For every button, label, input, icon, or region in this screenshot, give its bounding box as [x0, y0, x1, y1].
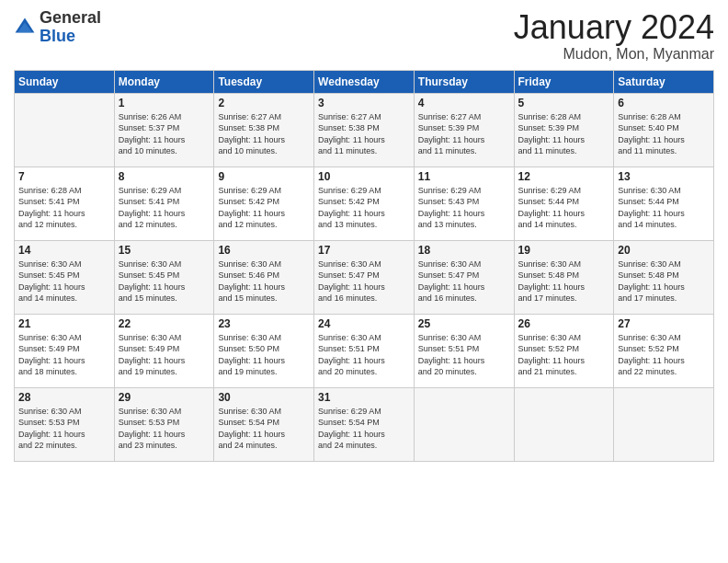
calendar-cell: 21Sunrise: 6:30 AM Sunset: 5:49 PM Dayli…: [15, 314, 115, 387]
header: General Blue January 2024 Mudon, Mon, My…: [14, 9, 714, 63]
cell-info: Sunrise: 6:30 AM Sunset: 5:46 PM Dayligh…: [218, 259, 310, 304]
calendar-week-1: 7Sunrise: 6:28 AM Sunset: 5:41 PM Daylig…: [15, 167, 714, 240]
calendar-week-3: 21Sunrise: 6:30 AM Sunset: 5:49 PM Dayli…: [15, 314, 714, 387]
title-block: January 2024 Mudon, Mon, Myanmar: [514, 9, 714, 63]
calendar-cell: 14Sunrise: 6:30 AM Sunset: 5:45 PM Dayli…: [15, 240, 115, 314]
cell-info: Sunrise: 6:30 AM Sunset: 5:47 PM Dayligh…: [418, 259, 510, 304]
cell-info: Sunrise: 6:30 AM Sunset: 5:48 PM Dayligh…: [618, 259, 710, 304]
calendar-table: Sunday Monday Tuesday Wednesday Thursday…: [14, 70, 714, 462]
cell-info: Sunrise: 6:29 AM Sunset: 5:42 PM Dayligh…: [218, 185, 310, 231]
col-thursday: Thursday: [414, 70, 514, 93]
day-number: 25: [418, 317, 510, 330]
subtitle: Mudon, Mon, Myanmar: [514, 46, 714, 63]
day-number: 11: [418, 170, 510, 183]
cell-info: Sunrise: 6:28 AM Sunset: 5:39 PM Dayligh…: [518, 111, 610, 157]
day-number: 4: [418, 97, 510, 109]
cell-info: Sunrise: 6:28 AM Sunset: 5:40 PM Dayligh…: [618, 111, 710, 157]
cell-info: Sunrise: 6:30 AM Sunset: 5:51 PM Dayligh…: [418, 332, 510, 378]
cell-info: Sunrise: 6:30 AM Sunset: 5:47 PM Dayligh…: [318, 259, 410, 304]
col-friday: Friday: [514, 70, 614, 93]
calendar-week-4: 28Sunrise: 6:30 AM Sunset: 5:53 PM Dayli…: [15, 387, 714, 461]
cell-info: Sunrise: 6:30 AM Sunset: 5:54 PM Dayligh…: [218, 406, 310, 452]
calendar-cell: 26Sunrise: 6:30 AM Sunset: 5:52 PM Dayli…: [514, 314, 614, 387]
calendar-cell: [15, 93, 115, 167]
calendar-cell: 28Sunrise: 6:30 AM Sunset: 5:53 PM Dayli…: [15, 387, 115, 461]
cell-info: Sunrise: 6:30 AM Sunset: 5:52 PM Dayligh…: [618, 332, 710, 378]
day-number: 10: [318, 170, 410, 183]
cell-info: Sunrise: 6:29 AM Sunset: 5:43 PM Dayligh…: [418, 185, 510, 231]
cell-info: Sunrise: 6:28 AM Sunset: 5:41 PM Dayligh…: [18, 185, 110, 231]
header-row: Sunday Monday Tuesday Wednesday Thursday…: [15, 70, 714, 93]
calendar-cell: 17Sunrise: 6:30 AM Sunset: 5:47 PM Dayli…: [314, 240, 415, 314]
page-container: General Blue January 2024 Mudon, Mon, My…: [0, 0, 728, 471]
day-number: 5: [518, 97, 610, 109]
day-number: 26: [518, 317, 610, 330]
cell-info: Sunrise: 6:30 AM Sunset: 5:49 PM Dayligh…: [119, 332, 210, 378]
day-number: 3: [318, 97, 410, 109]
cell-info: Sunrise: 6:30 AM Sunset: 5:50 PM Dayligh…: [218, 332, 310, 378]
day-number: 7: [18, 170, 110, 183]
day-number: 29: [119, 391, 210, 404]
logo-general: General: [40, 9, 101, 28]
calendar-cell: 29Sunrise: 6:30 AM Sunset: 5:53 PM Dayli…: [114, 387, 214, 461]
cell-info: Sunrise: 6:30 AM Sunset: 5:45 PM Dayligh…: [18, 259, 110, 304]
calendar-cell: [614, 387, 714, 461]
cell-info: Sunrise: 6:30 AM Sunset: 5:48 PM Dayligh…: [518, 259, 610, 304]
logo: General Blue: [14, 9, 101, 46]
cell-info: Sunrise: 6:29 AM Sunset: 5:42 PM Dayligh…: [318, 185, 410, 231]
calendar-cell: 5Sunrise: 6:28 AM Sunset: 5:39 PM Daylig…: [514, 93, 614, 167]
logo-text: General Blue: [40, 9, 101, 46]
day-number: 28: [18, 391, 110, 404]
day-number: 31: [318, 391, 410, 404]
logo-blue: Blue: [40, 28, 101, 46]
calendar-cell: 30Sunrise: 6:30 AM Sunset: 5:54 PM Dayli…: [214, 387, 314, 461]
cell-info: Sunrise: 6:27 AM Sunset: 5:38 PM Dayligh…: [318, 111, 410, 157]
month-title: January 2024: [514, 9, 714, 46]
col-saturday: Saturday: [614, 70, 714, 93]
calendar-cell: 1Sunrise: 6:26 AM Sunset: 5:37 PM Daylig…: [114, 93, 214, 167]
calendar-cell: 16Sunrise: 6:30 AM Sunset: 5:46 PM Dayli…: [214, 240, 314, 314]
day-number: 15: [119, 244, 210, 257]
day-number: 23: [218, 317, 310, 330]
calendar-cell: 23Sunrise: 6:30 AM Sunset: 5:50 PM Dayli…: [214, 314, 314, 387]
cell-info: Sunrise: 6:29 AM Sunset: 5:44 PM Dayligh…: [518, 185, 610, 231]
day-number: 1: [119, 97, 210, 109]
calendar-cell: 3Sunrise: 6:27 AM Sunset: 5:38 PM Daylig…: [314, 93, 415, 167]
calendar-cell: 7Sunrise: 6:28 AM Sunset: 5:41 PM Daylig…: [15, 167, 115, 240]
calendar-cell: 13Sunrise: 6:30 AM Sunset: 5:44 PM Dayli…: [614, 167, 714, 240]
cell-info: Sunrise: 6:30 AM Sunset: 5:51 PM Dayligh…: [318, 332, 410, 378]
calendar-cell: 20Sunrise: 6:30 AM Sunset: 5:48 PM Dayli…: [614, 240, 714, 314]
cell-info: Sunrise: 6:29 AM Sunset: 5:41 PM Dayligh…: [119, 185, 210, 231]
cell-info: Sunrise: 6:30 AM Sunset: 5:53 PM Dayligh…: [119, 406, 210, 452]
calendar-cell: 9Sunrise: 6:29 AM Sunset: 5:42 PM Daylig…: [214, 167, 314, 240]
col-monday: Monday: [114, 70, 214, 93]
day-number: 22: [119, 317, 210, 330]
day-number: 2: [218, 97, 310, 109]
day-number: 24: [318, 317, 410, 330]
calendar-cell: 22Sunrise: 6:30 AM Sunset: 5:49 PM Dayli…: [114, 314, 214, 387]
day-number: 12: [518, 170, 610, 183]
day-number: 30: [218, 391, 310, 404]
day-number: 14: [18, 244, 110, 257]
calendar-cell: 4Sunrise: 6:27 AM Sunset: 5:39 PM Daylig…: [414, 93, 514, 167]
day-number: 17: [318, 244, 410, 257]
day-number: 21: [18, 317, 110, 330]
calendar-cell: 11Sunrise: 6:29 AM Sunset: 5:43 PM Dayli…: [414, 167, 514, 240]
col-sunday: Sunday: [15, 70, 115, 93]
calendar-cell: [514, 387, 614, 461]
cell-info: Sunrise: 6:30 AM Sunset: 5:45 PM Dayligh…: [119, 259, 210, 304]
calendar-cell: 24Sunrise: 6:30 AM Sunset: 5:51 PM Dayli…: [314, 314, 415, 387]
calendar-cell: 10Sunrise: 6:29 AM Sunset: 5:42 PM Dayli…: [314, 167, 415, 240]
cell-info: Sunrise: 6:26 AM Sunset: 5:37 PM Dayligh…: [119, 111, 210, 157]
calendar-cell: 27Sunrise: 6:30 AM Sunset: 5:52 PM Dayli…: [614, 314, 714, 387]
day-number: 6: [618, 97, 710, 109]
day-number: 8: [119, 170, 210, 183]
calendar-cell: 18Sunrise: 6:30 AM Sunset: 5:47 PM Dayli…: [414, 240, 514, 314]
calendar-cell: 19Sunrise: 6:30 AM Sunset: 5:48 PM Dayli…: [514, 240, 614, 314]
calendar-cell: 25Sunrise: 6:30 AM Sunset: 5:51 PM Dayli…: [414, 314, 514, 387]
calendar-cell: 6Sunrise: 6:28 AM Sunset: 5:40 PM Daylig…: [614, 93, 714, 167]
cell-info: Sunrise: 6:27 AM Sunset: 5:39 PM Dayligh…: [418, 111, 510, 157]
calendar-cell: [414, 387, 514, 461]
calendar-cell: 31Sunrise: 6:29 AM Sunset: 5:54 PM Dayli…: [314, 387, 415, 461]
day-number: 9: [218, 170, 310, 183]
